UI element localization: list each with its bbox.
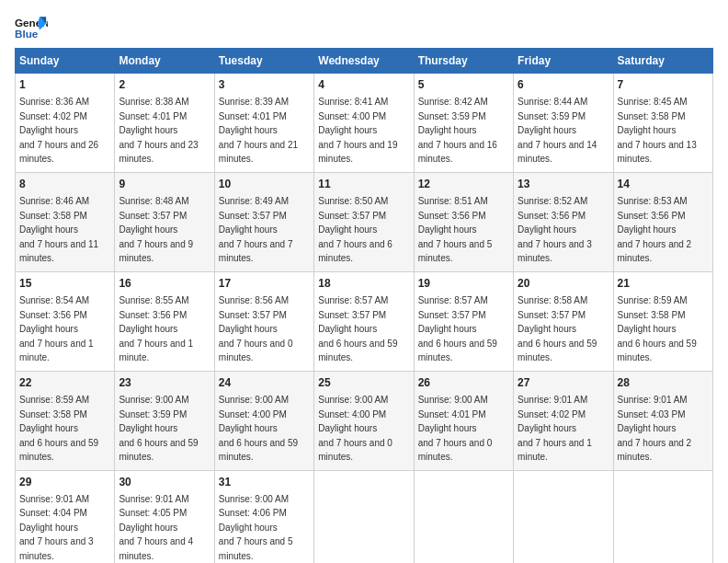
day-number: 23 [119, 375, 210, 391]
day-number: 24 [219, 375, 310, 391]
day-info: Sunrise: 9:00 AMSunset: 4:01 PMDaylight … [418, 395, 493, 462]
calendar-cell: 10Sunrise: 8:49 AMSunset: 3:57 PMDayligh… [214, 172, 313, 271]
day-content: 7Sunrise: 8:45 AMSunset: 3:58 PMDaylight… [618, 77, 709, 167]
day-content: 23Sunrise: 9:00 AMSunset: 3:59 PMDayligh… [119, 375, 210, 465]
day-number: 20 [518, 276, 609, 292]
day-number: 21 [618, 276, 709, 292]
svg-text:Blue: Blue [15, 28, 39, 40]
calendar-cell: 7Sunrise: 8:45 AMSunset: 3:58 PMDaylight… [613, 74, 712, 173]
day-info: Sunrise: 8:54 AMSunset: 3:56 PMDaylight … [19, 295, 94, 362]
day-content: 12Sunrise: 8:51 AMSunset: 3:56 PMDayligh… [418, 177, 509, 266]
calendar-week-1: 1Sunrise: 8:36 AMSunset: 4:02 PMDaylight… [16, 74, 713, 173]
calendar-cell: 21Sunrise: 8:59 AMSunset: 3:58 PMDayligh… [613, 271, 712, 371]
calendar-table: SundayMondayTuesdayWednesdayThursdayFrid… [15, 48, 713, 563]
day-info: Sunrise: 9:00 AMSunset: 4:06 PMDaylight … [219, 494, 293, 561]
day-info: Sunrise: 8:46 AMSunset: 3:58 PMDaylight … [19, 196, 98, 263]
day-info: Sunrise: 9:00 AMSunset: 4:00 PMDaylight … [318, 395, 392, 462]
calendar-cell: 5Sunrise: 8:42 AMSunset: 3:59 PMDaylight… [414, 74, 513, 173]
day-content: 6Sunrise: 8:44 AMSunset: 3:59 PMDaylight… [518, 77, 609, 167]
day-info: Sunrise: 8:39 AMSunset: 4:01 PMDaylight … [219, 97, 298, 164]
calendar-cell: 29Sunrise: 9:01 AMSunset: 4:04 PMDayligh… [16, 470, 115, 563]
day-info: Sunrise: 8:48 AMSunset: 3:57 PMDaylight … [119, 196, 193, 263]
day-content: 25Sunrise: 9:00 AMSunset: 4:00 PMDayligh… [318, 375, 409, 465]
day-number: 8 [19, 177, 110, 192]
day-content: 27Sunrise: 9:01 AMSunset: 4:02 PMDayligh… [518, 375, 609, 465]
day-content: 3Sunrise: 8:39 AMSunset: 4:01 PMDaylight… [219, 77, 310, 167]
day-content: 5Sunrise: 8:42 AMSunset: 3:59 PMDaylight… [418, 77, 509, 167]
logo: General Blue [15, 15, 48, 40]
day-content: 11Sunrise: 8:50 AMSunset: 3:57 PMDayligh… [318, 177, 409, 266]
day-info: Sunrise: 8:44 AMSunset: 3:59 PMDaylight … [518, 97, 597, 164]
calendar-cell: 9Sunrise: 8:48 AMSunset: 3:57 PMDaylight… [115, 172, 214, 271]
col-header-saturday: Saturday [613, 49, 712, 74]
calendar-cell: 13Sunrise: 8:52 AMSunset: 3:56 PMDayligh… [514, 172, 613, 271]
col-header-monday: Monday [115, 49, 214, 74]
day-info: Sunrise: 8:55 AMSunset: 3:56 PMDaylight … [119, 295, 193, 362]
col-header-sunday: Sunday [16, 49, 115, 74]
calendar-cell: 27Sunrise: 9:01 AMSunset: 4:02 PMDayligh… [514, 371, 613, 470]
day-number: 26 [418, 375, 509, 391]
day-number: 16 [119, 276, 210, 292]
day-number: 5 [418, 77, 509, 93]
day-info: Sunrise: 8:56 AMSunset: 3:57 PMDaylight … [219, 295, 293, 362]
calendar-week-5: 29Sunrise: 9:01 AMSunset: 4:04 PMDayligh… [16, 470, 713, 563]
day-number: 6 [518, 77, 609, 93]
day-content: 26Sunrise: 9:00 AMSunset: 4:01 PMDayligh… [418, 375, 509, 465]
day-content: 20Sunrise: 8:58 AMSunset: 3:57 PMDayligh… [518, 276, 609, 365]
day-number: 1 [19, 77, 110, 93]
day-number: 11 [318, 177, 409, 192]
day-content: 14Sunrise: 8:53 AMSunset: 3:56 PMDayligh… [618, 177, 709, 266]
day-content: 17Sunrise: 8:56 AMSunset: 3:57 PMDayligh… [219, 276, 310, 365]
day-content: 18Sunrise: 8:57 AMSunset: 3:57 PMDayligh… [318, 276, 409, 365]
day-info: Sunrise: 8:42 AMSunset: 3:59 PMDaylight … [418, 97, 497, 164]
day-number: 28 [618, 375, 709, 391]
col-header-thursday: Thursday [414, 49, 513, 74]
day-info: Sunrise: 9:01 AMSunset: 4:02 PMDaylight … [518, 395, 592, 462]
day-number: 19 [418, 276, 509, 292]
day-info: Sunrise: 8:38 AMSunset: 4:01 PMDaylight … [119, 97, 198, 164]
logo-icon: General Blue [15, 15, 48, 40]
day-content: 4Sunrise: 8:41 AMSunset: 4:00 PMDaylight… [318, 77, 409, 167]
day-content: 30Sunrise: 9:01 AMSunset: 4:05 PMDayligh… [119, 475, 210, 563]
day-number: 3 [219, 77, 310, 93]
day-info: Sunrise: 8:41 AMSunset: 4:00 PMDaylight … [318, 97, 397, 164]
day-content: 2Sunrise: 8:38 AMSunset: 4:01 PMDaylight… [119, 77, 210, 167]
day-number: 17 [219, 276, 310, 292]
day-info: Sunrise: 8:57 AMSunset: 3:57 PMDaylight … [418, 295, 497, 362]
day-info: Sunrise: 8:58 AMSunset: 3:57 PMDaylight … [518, 295, 597, 362]
calendar-cell: 30Sunrise: 9:01 AMSunset: 4:05 PMDayligh… [115, 470, 214, 563]
day-number: 2 [119, 77, 210, 93]
calendar-cell: 28Sunrise: 9:01 AMSunset: 4:03 PMDayligh… [613, 371, 712, 470]
day-info: Sunrise: 9:01 AMSunset: 4:05 PMDaylight … [119, 494, 193, 561]
day-info: Sunrise: 9:00 AMSunset: 3:59 PMDaylight … [119, 395, 198, 462]
day-content: 8Sunrise: 8:46 AMSunset: 3:58 PMDaylight… [19, 177, 110, 266]
header-row: SundayMondayTuesdayWednesdayThursdayFrid… [16, 49, 713, 74]
calendar-cell: 22Sunrise: 8:59 AMSunset: 3:58 PMDayligh… [16, 371, 115, 470]
day-number: 29 [19, 475, 110, 490]
day-number: 22 [19, 375, 110, 391]
calendar-cell: 17Sunrise: 8:56 AMSunset: 3:57 PMDayligh… [214, 271, 313, 371]
day-content: 24Sunrise: 9:00 AMSunset: 4:00 PMDayligh… [219, 375, 310, 465]
day-content: 9Sunrise: 8:48 AMSunset: 3:57 PMDaylight… [119, 177, 210, 266]
calendar-cell: 1Sunrise: 8:36 AMSunset: 4:02 PMDaylight… [16, 74, 115, 173]
calendar-cell [514, 470, 613, 563]
calendar-cell: 24Sunrise: 9:00 AMSunset: 4:00 PMDayligh… [214, 371, 313, 470]
day-info: Sunrise: 8:59 AMSunset: 3:58 PMDaylight … [19, 395, 98, 462]
day-content: 1Sunrise: 8:36 AMSunset: 4:02 PMDaylight… [19, 77, 110, 167]
day-info: Sunrise: 9:01 AMSunset: 4:04 PMDaylight … [19, 494, 94, 561]
day-number: 15 [19, 276, 110, 292]
col-header-wednesday: Wednesday [314, 49, 414, 74]
calendar-cell: 16Sunrise: 8:55 AMSunset: 3:56 PMDayligh… [115, 271, 214, 371]
day-info: Sunrise: 8:45 AMSunset: 3:58 PMDaylight … [618, 97, 697, 164]
day-info: Sunrise: 8:50 AMSunset: 3:57 PMDaylight … [318, 196, 392, 263]
day-info: Sunrise: 8:53 AMSunset: 3:56 PMDaylight … [618, 196, 692, 263]
calendar-cell: 18Sunrise: 8:57 AMSunset: 3:57 PMDayligh… [314, 271, 414, 371]
day-number: 10 [219, 177, 310, 192]
day-info: Sunrise: 8:49 AMSunset: 3:57 PMDaylight … [219, 196, 293, 263]
calendar-cell: 15Sunrise: 8:54 AMSunset: 3:56 PMDayligh… [16, 271, 115, 371]
day-number: 12 [418, 177, 509, 192]
day-content: 16Sunrise: 8:55 AMSunset: 3:56 PMDayligh… [119, 276, 210, 365]
day-content: 22Sunrise: 8:59 AMSunset: 3:58 PMDayligh… [19, 375, 110, 465]
day-content: 19Sunrise: 8:57 AMSunset: 3:57 PMDayligh… [418, 276, 509, 365]
calendar-cell: 12Sunrise: 8:51 AMSunset: 3:56 PMDayligh… [414, 172, 513, 271]
